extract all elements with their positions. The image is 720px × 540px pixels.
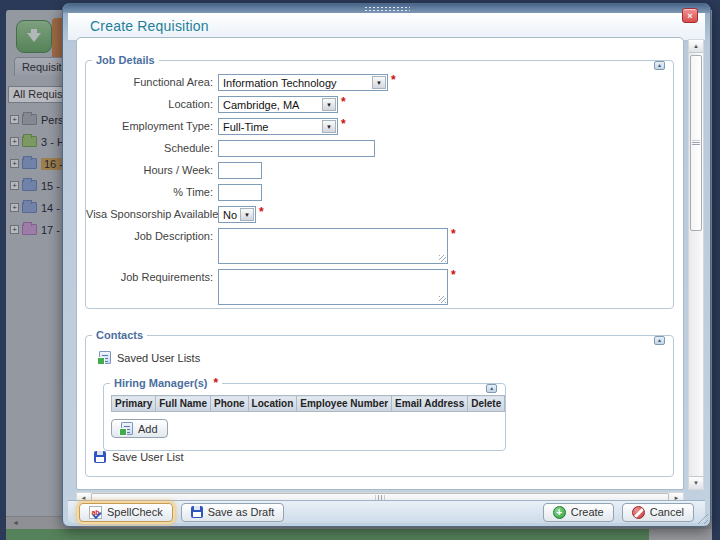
required-marker: * [341, 118, 346, 130]
required-marker: * [259, 206, 264, 218]
column-email-address: Email Address [392, 396, 468, 412]
location-select[interactable]: Cambridge, MA ▼ [218, 96, 338, 113]
visa-select[interactable]: No ▼ [218, 206, 256, 223]
chevron-down-icon[interactable]: ▼ [322, 120, 336, 133]
percent-time-label: % Time: [86, 184, 218, 198]
job-description-textarea[interactable] [219, 229, 447, 263]
scroll-up-icon[interactable]: ▲ [689, 40, 703, 53]
create-requisition-dialog: Create Requisition × Job Details ▲ Funct… [62, 3, 711, 527]
drag-handle-icon[interactable] [364, 6, 410, 12]
job-description-textarea-wrap [218, 228, 448, 264]
chevron-down-icon[interactable]: ▼ [372, 76, 386, 89]
add-hiring-manager-button[interactable]: Add [111, 419, 168, 438]
hiring-managers-section: Hiring Manager(s) * ▲ Primary Full Name … [103, 377, 506, 451]
column-phone: Phone [211, 396, 249, 412]
hours-week-input[interactable] [218, 162, 262, 179]
required-marker: * [451, 228, 456, 240]
cancel-icon [632, 506, 645, 519]
required-marker: * [214, 376, 219, 390]
chevron-down-icon[interactable]: ▼ [240, 208, 254, 221]
save-icon [191, 506, 203, 518]
job-description-row: Job Description: * [86, 228, 673, 264]
dialog-content-panel: Job Details ▲ Functional Area: Informati… [76, 37, 684, 490]
vertical-scrollbar[interactable]: ▲ ▼ [688, 39, 704, 490]
location-label: Location: [86, 96, 218, 110]
contacts-section: Contacts ▲ Saved User Lists Hiring Manag… [85, 329, 674, 477]
cancel-label: Cancel [650, 506, 684, 518]
user-list-icon [99, 351, 111, 364]
visa-value: No [223, 209, 237, 221]
percent-time-input[interactable] [218, 184, 262, 201]
collapse-section-icon[interactable]: ▲ [654, 61, 665, 70]
hours-week-label: Hours / Week: [86, 162, 218, 176]
visa-label: Visa Sponsorship Available: [86, 206, 218, 220]
collapse-section-icon[interactable]: ▲ [654, 336, 665, 345]
hiring-managers-table: Primary Full Name Phone Location Employe… [111, 395, 505, 412]
create-label: Create [571, 506, 604, 518]
job-description-label: Job Description: [86, 228, 218, 242]
hiring-managers-legend: Hiring Manager(s) * [110, 377, 222, 389]
column-delete: Delete [468, 396, 505, 412]
hours-week-row: Hours / Week: [86, 162, 673, 179]
spellcheck-button[interactable]: ab SpellCheck [79, 503, 173, 522]
scroll-down-icon[interactable]: ▼ [689, 476, 703, 489]
add-user-icon [121, 422, 133, 435]
create-plus-icon: + [553, 506, 566, 519]
employment-type-label: Employment Type: [86, 118, 218, 132]
save-as-draft-label: Save as Draft [208, 506, 275, 518]
save-user-list-link[interactable]: Save User List [94, 451, 673, 463]
close-button[interactable]: × [682, 8, 698, 23]
required-marker: * [391, 74, 396, 86]
required-marker: * [451, 269, 456, 281]
saved-user-lists-link[interactable]: Saved User Lists [99, 351, 673, 364]
job-details-section: Job Details ▲ Functional Area: Informati… [85, 54, 674, 309]
dialog-titlebar: Create Requisition [68, 13, 705, 40]
hiring-managers-legend-text: Hiring Manager(s) [114, 377, 208, 389]
column-primary: Primary [112, 396, 156, 412]
column-location: Location [248, 396, 297, 412]
column-full-name: Full Name [156, 396, 211, 412]
save-as-draft-button[interactable]: Save as Draft [181, 503, 285, 522]
spellcheck-label: SpellCheck [107, 506, 163, 518]
saved-user-lists-label: Saved User Lists [117, 352, 200, 364]
functional-area-label: Functional Area: [86, 74, 218, 88]
schedule-row: Schedule: [86, 140, 673, 157]
schedule-label: Schedule: [86, 140, 218, 154]
functional-area-select[interactable]: Information Technology ▼ [218, 74, 388, 91]
percent-time-row: % Time: [86, 184, 673, 201]
location-value: Cambridge, MA [223, 99, 299, 111]
collapse-section-icon[interactable]: ▲ [486, 384, 497, 393]
save-user-list-label: Save User List [112, 451, 184, 463]
spellcheck-icon: ab [89, 506, 102, 519]
job-details-legend: Job Details [92, 54, 159, 66]
employment-type-select[interactable]: Full-Time ▼ [218, 118, 338, 135]
add-button-label: Add [138, 423, 158, 435]
functional-area-row: Functional Area: Information Technology … [86, 74, 673, 91]
dialog-title: Create Requisition [90, 18, 209, 34]
visa-row: Visa Sponsorship Available: No ▼ * [86, 206, 673, 223]
dialog-top-frame[interactable] [63, 4, 710, 13]
screen: Requisiti All Requis + Perso + 3 - H + 1… [0, 0, 720, 540]
close-icon: × [687, 11, 692, 21]
job-requirements-label: Job Requirements: [86, 269, 218, 283]
create-button[interactable]: + Create [543, 503, 614, 522]
save-icon [94, 451, 106, 463]
job-requirements-textarea-wrap [218, 269, 448, 305]
required-marker: * [341, 96, 346, 108]
employment-type-row: Employment Type: Full-Time ▼ * [86, 118, 673, 135]
employment-type-value: Full-Time [223, 121, 268, 133]
cancel-button[interactable]: Cancel [622, 503, 694, 522]
contacts-legend: Contacts [92, 329, 147, 341]
job-requirements-row: Job Requirements: * [86, 269, 673, 305]
location-row: Location: Cambridge, MA ▼ * [86, 96, 673, 113]
schedule-input[interactable] [218, 140, 375, 157]
functional-area-value: Information Technology [223, 77, 337, 89]
job-requirements-textarea[interactable] [219, 270, 447, 304]
vertical-scrollbar-thumb[interactable] [690, 55, 702, 231]
table-header-row: Primary Full Name Phone Location Employe… [112, 396, 505, 412]
dialog-footer: ab SpellCheck Save as Draft + Create Can… [68, 500, 705, 523]
column-employee-number: Employee Number [297, 396, 392, 412]
chevron-down-icon[interactable]: ▼ [322, 98, 336, 111]
